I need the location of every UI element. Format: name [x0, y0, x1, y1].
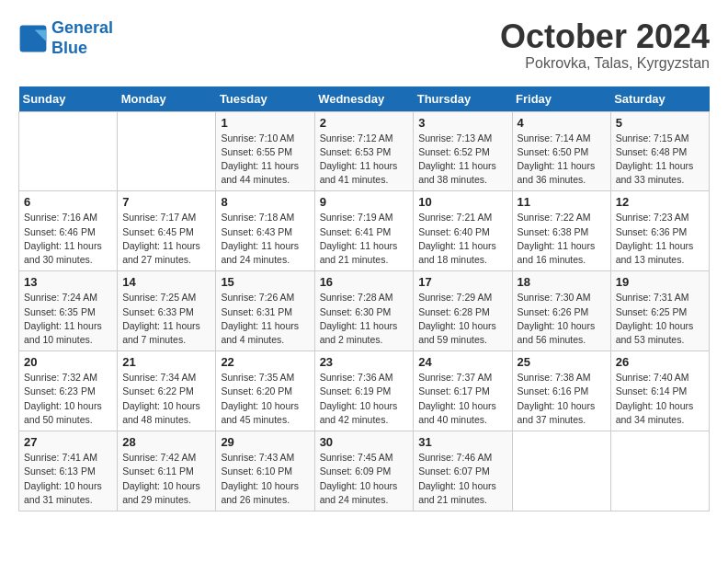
day-number: 16	[320, 275, 409, 289]
calendar-cell: 31Sunrise: 7:46 AM Sunset: 6:07 PM Dayli…	[414, 431, 512, 511]
calendar-cell: 17Sunrise: 7:29 AM Sunset: 6:28 PM Dayli…	[414, 271, 512, 351]
logo-text: General Blue	[51, 18, 113, 58]
day-number: 23	[320, 355, 409, 369]
day-info: Sunrise: 7:36 AM Sunset: 6:19 PM Dayligh…	[320, 371, 409, 427]
calendar-cell	[118, 111, 216, 191]
day-number: 17	[418, 275, 506, 289]
week-row-4: 20Sunrise: 7:32 AM Sunset: 6:23 PM Dayli…	[19, 351, 710, 431]
calendar-cell: 30Sunrise: 7:45 AM Sunset: 6:09 PM Dayli…	[314, 431, 414, 511]
week-row-1: 1Sunrise: 7:10 AM Sunset: 6:55 PM Daylig…	[19, 111, 710, 191]
weekday-header-row: SundayMondayTuesdayWednesdayThursdayFrid…	[19, 86, 710, 112]
week-row-5: 27Sunrise: 7:41 AM Sunset: 6:13 PM Dayli…	[19, 431, 710, 511]
day-info: Sunrise: 7:23 AM Sunset: 6:36 PM Dayligh…	[616, 211, 704, 267]
day-info: Sunrise: 7:32 AM Sunset: 6:23 PM Dayligh…	[24, 371, 112, 427]
day-number: 3	[418, 116, 506, 130]
calendar-cell: 11Sunrise: 7:22 AM Sunset: 6:38 PM Dayli…	[512, 191, 610, 271]
day-number: 18	[518, 275, 606, 289]
day-info: Sunrise: 7:22 AM Sunset: 6:38 PM Dayligh…	[518, 211, 606, 267]
day-number: 1	[221, 116, 309, 130]
calendar-cell: 14Sunrise: 7:25 AM Sunset: 6:33 PM Dayli…	[118, 271, 216, 351]
day-info: Sunrise: 7:13 AM Sunset: 6:52 PM Dayligh…	[418, 132, 506, 188]
calendar-cell: 20Sunrise: 7:32 AM Sunset: 6:23 PM Dayli…	[19, 351, 118, 431]
day-info: Sunrise: 7:25 AM Sunset: 6:33 PM Dayligh…	[122, 291, 210, 347]
calendar-cell: 28Sunrise: 7:42 AM Sunset: 6:11 PM Dayli…	[118, 431, 216, 511]
title-block: October 2024 Pokrovka, Talas, Kyrgyzstan	[500, 18, 710, 72]
day-number: 29	[221, 435, 309, 449]
day-number: 21	[122, 355, 210, 369]
weekday-header-sunday: Sunday	[19, 86, 118, 112]
day-number: 4	[518, 116, 606, 130]
day-info: Sunrise: 7:35 AM Sunset: 6:20 PM Dayligh…	[221, 371, 309, 427]
svg-rect-0	[20, 25, 47, 52]
calendar-cell: 16Sunrise: 7:28 AM Sunset: 6:30 PM Dayli…	[314, 271, 414, 351]
day-number: 20	[24, 355, 112, 369]
calendar-cell: 19Sunrise: 7:31 AM Sunset: 6:25 PM Dayli…	[610, 271, 709, 351]
day-number: 8	[221, 195, 309, 209]
day-info: Sunrise: 7:14 AM Sunset: 6:50 PM Dayligh…	[518, 132, 606, 188]
day-info: Sunrise: 7:46 AM Sunset: 6:07 PM Dayligh…	[418, 451, 506, 507]
day-number: 7	[122, 195, 210, 209]
weekday-header-saturday: Saturday	[610, 86, 709, 112]
weekday-header-wednesday: Wednesday	[314, 86, 414, 112]
day-info: Sunrise: 7:26 AM Sunset: 6:31 PM Dayligh…	[221, 291, 309, 347]
day-number: 15	[221, 275, 309, 289]
day-info: Sunrise: 7:31 AM Sunset: 6:25 PM Dayligh…	[616, 291, 704, 347]
calendar-cell: 23Sunrise: 7:36 AM Sunset: 6:19 PM Dayli…	[314, 351, 414, 431]
week-row-3: 13Sunrise: 7:24 AM Sunset: 6:35 PM Dayli…	[19, 271, 710, 351]
day-info: Sunrise: 7:21 AM Sunset: 6:40 PM Dayligh…	[418, 211, 506, 267]
calendar-cell: 6Sunrise: 7:16 AM Sunset: 6:46 PM Daylig…	[19, 191, 118, 271]
day-info: Sunrise: 7:24 AM Sunset: 6:35 PM Dayligh…	[24, 291, 112, 347]
day-number: 22	[221, 355, 309, 369]
calendar-cell	[610, 431, 709, 511]
day-info: Sunrise: 7:38 AM Sunset: 6:16 PM Dayligh…	[518, 371, 606, 427]
calendar-cell: 27Sunrise: 7:41 AM Sunset: 6:13 PM Dayli…	[19, 431, 118, 511]
day-number: 26	[616, 355, 704, 369]
calendar-cell: 10Sunrise: 7:21 AM Sunset: 6:40 PM Dayli…	[414, 191, 512, 271]
weekday-header-friday: Friday	[512, 86, 610, 112]
day-number: 30	[320, 435, 409, 449]
calendar-cell: 12Sunrise: 7:23 AM Sunset: 6:36 PM Dayli…	[610, 191, 709, 271]
calendar-cell: 9Sunrise: 7:19 AM Sunset: 6:41 PM Daylig…	[314, 191, 414, 271]
day-info: Sunrise: 7:16 AM Sunset: 6:46 PM Dayligh…	[24, 211, 112, 267]
calendar-cell: 13Sunrise: 7:24 AM Sunset: 6:35 PM Dayli…	[19, 271, 118, 351]
calendar-cell	[19, 111, 118, 191]
day-number: 28	[122, 435, 210, 449]
day-number: 19	[616, 275, 704, 289]
day-info: Sunrise: 7:40 AM Sunset: 6:14 PM Dayligh…	[616, 371, 704, 427]
day-number: 27	[24, 435, 112, 449]
day-info: Sunrise: 7:41 AM Sunset: 6:13 PM Dayligh…	[24, 451, 112, 507]
day-info: Sunrise: 7:34 AM Sunset: 6:22 PM Dayligh…	[122, 371, 210, 427]
logo: General Blue	[18, 18, 113, 58]
day-number: 11	[518, 195, 606, 209]
weekday-header-tuesday: Tuesday	[216, 86, 314, 112]
day-number: 25	[518, 355, 606, 369]
calendar-cell: 22Sunrise: 7:35 AM Sunset: 6:20 PM Dayli…	[216, 351, 314, 431]
day-number: 12	[616, 195, 704, 209]
calendar-cell: 18Sunrise: 7:30 AM Sunset: 6:26 PM Dayli…	[512, 271, 610, 351]
week-row-2: 6Sunrise: 7:16 AM Sunset: 6:46 PM Daylig…	[19, 191, 710, 271]
day-info: Sunrise: 7:12 AM Sunset: 6:53 PM Dayligh…	[320, 132, 409, 188]
day-info: Sunrise: 7:19 AM Sunset: 6:41 PM Dayligh…	[320, 211, 409, 267]
day-info: Sunrise: 7:29 AM Sunset: 6:28 PM Dayligh…	[418, 291, 506, 347]
day-number: 5	[616, 116, 704, 130]
calendar-cell: 7Sunrise: 7:17 AM Sunset: 6:45 PM Daylig…	[118, 191, 216, 271]
day-info: Sunrise: 7:42 AM Sunset: 6:11 PM Dayligh…	[122, 451, 210, 507]
day-number: 10	[418, 195, 506, 209]
calendar-cell: 4Sunrise: 7:14 AM Sunset: 6:50 PM Daylig…	[512, 111, 610, 191]
calendar-cell: 8Sunrise: 7:18 AM Sunset: 6:43 PM Daylig…	[216, 191, 314, 271]
calendar-cell	[512, 431, 610, 511]
day-info: Sunrise: 7:15 AM Sunset: 6:48 PM Dayligh…	[616, 132, 704, 188]
calendar-cell: 25Sunrise: 7:38 AM Sunset: 6:16 PM Dayli…	[512, 351, 610, 431]
weekday-header-thursday: Thursday	[414, 86, 512, 112]
calendar-cell: 5Sunrise: 7:15 AM Sunset: 6:48 PM Daylig…	[610, 111, 709, 191]
day-info: Sunrise: 7:17 AM Sunset: 6:45 PM Dayligh…	[122, 211, 210, 267]
calendar-cell: 2Sunrise: 7:12 AM Sunset: 6:53 PM Daylig…	[314, 111, 414, 191]
day-info: Sunrise: 7:28 AM Sunset: 6:30 PM Dayligh…	[320, 291, 409, 347]
calendar-cell: 29Sunrise: 7:43 AM Sunset: 6:10 PM Dayli…	[216, 431, 314, 511]
day-number: 14	[122, 275, 210, 289]
month-title: October 2024	[500, 18, 710, 55]
location: Pokrovka, Talas, Kyrgyzstan	[500, 55, 710, 72]
day-number: 31	[418, 435, 506, 449]
day-info: Sunrise: 7:37 AM Sunset: 6:17 PM Dayligh…	[418, 371, 506, 427]
calendar-cell: 24Sunrise: 7:37 AM Sunset: 6:17 PM Dayli…	[414, 351, 512, 431]
